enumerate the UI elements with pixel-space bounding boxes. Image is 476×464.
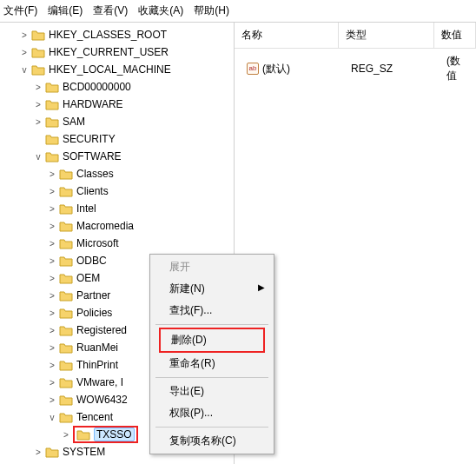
chevron-right-icon[interactable]: > (45, 291, 59, 301)
tree-label-selected: TXSSO (94, 428, 135, 441)
chevron-right-icon[interactable]: > (45, 308, 59, 318)
tree-label: Registered (76, 324, 127, 336)
tree-node-clients[interactable]: > Clients (0, 182, 234, 200)
tree-label: SYSTEM (63, 446, 105, 458)
tree-node-hkcr[interactable]: > HKEY_CLASSES_ROOT (0, 26, 234, 43)
tree-label: Tencent (76, 411, 113, 423)
folder-icon (59, 237, 73, 249)
folder-icon (59, 185, 73, 197)
folder-icon (45, 133, 59, 145)
chevron-right-icon[interactable]: > (31, 447, 45, 457)
ctx-separator (155, 427, 268, 428)
folder-icon (45, 446, 59, 458)
tree-label: HKEY_LOCAL_MACHINE (49, 63, 171, 76)
tree-label: Classes (76, 168, 114, 180)
folder-icon (45, 81, 59, 93)
chevron-right-icon[interactable]: > (45, 256, 59, 266)
chevron-right-icon[interactable]: > (31, 100, 45, 109)
ctx-delete[interactable]: 删除(D) (161, 329, 263, 351)
tree-node-macromedia[interactable]: > Macromedia (0, 217, 234, 235)
col-header-type[interactable]: 类型 (339, 23, 434, 48)
chevron-down-icon[interactable]: v (31, 152, 45, 162)
chevron-down-icon[interactable]: v (17, 65, 31, 75)
tree-label: RuanMei (76, 341, 118, 354)
chevron-right-icon[interactable]: > (45, 378, 59, 388)
menu-favorites[interactable]: 收藏夹(A) (138, 3, 183, 18)
tree-label: VMware, I (76, 376, 123, 388)
chevron-right-icon[interactable]: > (59, 430, 73, 440)
list-header: 名称 类型 数值 (235, 23, 476, 49)
tree-label: Microsoft (76, 237, 119, 249)
tree-label: Policies (76, 307, 112, 319)
chevron-right-icon[interactable]: > (45, 204, 59, 214)
chevron-right-icon[interactable]: > (45, 326, 59, 335)
menu-help[interactable]: 帮助(H) (194, 3, 229, 18)
tree-node-hardware[interactable]: > HARDWARE (0, 96, 234, 113)
tree-node-intel[interactable]: > Intel (0, 200, 234, 217)
tree-node-security[interactable]: > SECURITY (0, 130, 234, 148)
menu-view[interactable]: 查看(V) (93, 3, 128, 18)
chevron-right-icon[interactable]: > (45, 187, 59, 196)
folder-icon (59, 411, 73, 423)
cell-name: ab (默认) (240, 60, 344, 78)
chevron-right-icon[interactable]: > (45, 222, 59, 231)
folder-icon (45, 150, 59, 162)
ctx-rename[interactable]: 重命名(R) (152, 353, 272, 375)
chevron-right-icon[interactable]: > (31, 83, 45, 92)
chevron-right-icon[interactable]: > (45, 239, 59, 249)
tree-node-classes[interactable]: > Classes (0, 165, 234, 182)
chevron-right-icon[interactable]: > (45, 169, 59, 179)
folder-icon (59, 202, 73, 215)
ctx-permissions[interactable]: 权限(P)... (152, 402, 272, 424)
tree-label: ODBC (76, 255, 107, 267)
folder-icon (59, 272, 73, 284)
tree-label: BCD00000000 (63, 81, 131, 93)
tree-label: HKEY_CURRENT_USER (49, 46, 169, 58)
tree-node-hklm[interactable]: v HKEY_LOCAL_MACHINE (0, 61, 234, 78)
menu-file[interactable]: 文件(F) (3, 3, 37, 18)
folder-icon (45, 98, 59, 110)
chevron-down-icon[interactable]: v (45, 413, 59, 422)
folder-icon (59, 307, 73, 319)
list-row[interactable]: ab (默认) REG_SZ (数值 (235, 49, 476, 89)
ctx-separator (155, 324, 268, 325)
col-header-data[interactable]: 数值 (434, 23, 476, 48)
ctx-export[interactable]: 导出(E) (152, 381, 272, 402)
chevron-right-icon[interactable]: > (17, 30, 31, 40)
value-name: (默认) (262, 62, 290, 76)
folder-icon (45, 116, 59, 128)
menubar: 文件(F) 编辑(E) 查看(V) 收藏夹(A) 帮助(H) (0, 0, 476, 23)
tree-label: WOW6432 (76, 394, 128, 406)
folder-icon (59, 324, 73, 336)
cell-type: REG_SZ (344, 61, 440, 76)
chevron-right-icon[interactable]: > (45, 343, 59, 353)
folder-icon (31, 46, 45, 58)
tree-node-bcd[interactable]: > BCD00000000 (0, 78, 234, 96)
chevron-right-icon[interactable]: > (17, 48, 31, 57)
chevron-right-icon[interactable]: > (45, 361, 59, 370)
chevron-right-icon[interactable]: > (45, 274, 59, 283)
menu-edit[interactable]: 编辑(E) (48, 3, 83, 18)
tree-label: HKEY_CLASSES_ROOT (49, 29, 167, 41)
string-value-icon: ab (247, 63, 259, 75)
folder-icon (59, 255, 73, 267)
col-header-name[interactable]: 名称 (235, 23, 339, 48)
tree-node-microsoft[interactable]: > Microsoft (0, 235, 234, 252)
tree-label: OEM (76, 272, 100, 284)
ctx-separator (155, 377, 268, 378)
ctx-copy-key-name[interactable]: 复制项名称(C) (152, 430, 272, 452)
tree-label: SAM (63, 116, 85, 128)
tree-node-software[interactable]: v SOFTWARE (0, 148, 234, 165)
chevron-right-icon[interactable]: > (45, 395, 59, 405)
folder-icon (59, 359, 73, 371)
ctx-find[interactable]: 查找(F)... (152, 300, 272, 321)
highlight-annotation: 删除(D) (159, 328, 265, 353)
chevron-right-icon[interactable]: > (31, 117, 45, 127)
tree-node-sam[interactable]: > SAM (0, 113, 234, 130)
tree-label: SECURITY (63, 133, 116, 145)
folder-icon (59, 376, 73, 388)
ctx-expand: 展开 (152, 256, 272, 278)
tree-node-hkcu[interactable]: > HKEY_CURRENT_USER (0, 43, 234, 61)
ctx-new[interactable]: 新建(N) ▶ (152, 278, 272, 300)
tree-label: Intel (76, 202, 96, 215)
